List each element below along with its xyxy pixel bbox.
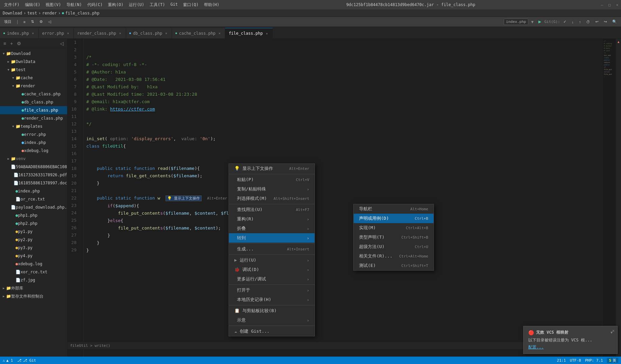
ctx-more-run[interactable]: 更多运行/调试 › (229, 274, 315, 284)
redo-btn[interactable]: ↪ (602, 19, 609, 25)
menu-code[interactable]: 代码(C) (86, 1, 104, 8)
tab-render-class[interactable]: render_class.php ✕ (74, 28, 126, 38)
menu-tools[interactable]: 工具(T) (148, 1, 167, 8)
tab-close-file[interactable]: ✕ (265, 31, 269, 36)
tab-file-class[interactable]: file_class.php ✕ (225, 28, 272, 38)
undo-btn[interactable]: ↩ (593, 19, 600, 25)
ctx-compare-clipboard[interactable]: 📋与剪贴板比较(B) (229, 306, 315, 315)
tree-item-templates[interactable]: ▼ 📁 templates (0, 122, 67, 130)
tree-item-xdebug-log-templates[interactable]: ● xdebug.log (0, 147, 67, 155)
branch-selector[interactable]: index.php (504, 19, 529, 25)
tab-close-index[interactable]: ✕ (31, 31, 35, 35)
git-checkmark-btn[interactable]: ✓ (561, 19, 568, 25)
tab-db-class[interactable]: ● db_class.php ✕ (126, 28, 172, 38)
ctx-paste[interactable]: 粘贴(P) Ctrl+V (229, 175, 315, 184)
notification-configure-link[interactable]: 配置... (528, 345, 544, 350)
tree-item-xdebug-log[interactable]: ● xdebug.log (0, 260, 67, 268)
ctx-run[interactable]: ▶运行(U) › (229, 255, 315, 265)
breadcrumb-test[interactable]: test (27, 11, 37, 16)
tree-item-cache[interactable]: ▼ 📁 cache (0, 74, 67, 82)
ctx-debug[interactable]: 🐞调试(D) › (229, 265, 315, 274)
breadcrumb-download[interactable]: Download (3, 11, 22, 16)
editor-breadcrumb-class[interactable]: fileUtil > write() (70, 343, 110, 348)
tree-item-py2[interactable]: ● py2.py (0, 236, 67, 244)
status-language[interactable]: PHP: 7.1 (585, 358, 603, 363)
window-minimize-btn[interactable]: — (601, 3, 603, 7)
breadcrumb-render[interactable]: render (42, 11, 57, 16)
tree-item-zf-jpg[interactable]: 📄 zf.jpg (0, 276, 67, 284)
ctx-show-context[interactable]: 💡显示上下文操作 Alt+Enter (229, 164, 315, 173)
window-maximize-btn[interactable]: □ (609, 3, 611, 7)
breadcrumb-file[interactable]: ● file_class.php (62, 11, 99, 16)
tree-item-dwnldata[interactable]: ▶ 📁 DwnlData (0, 58, 67, 66)
tree-item-db-class[interactable]: ● db_class.php (0, 98, 67, 106)
tab-close-cache[interactable]: ✕ (217, 31, 221, 35)
menu-edit[interactable]: 编辑(E) (24, 1, 42, 8)
tree-item-py4[interactable]: ● py4.py (0, 252, 67, 260)
menu-nav[interactable]: 导航(N) (65, 1, 83, 8)
tree-item-render-class[interactable]: ● render_class.php (0, 114, 67, 122)
tree-item-render[interactable]: ▼ 📁 render (0, 82, 67, 90)
ctx-copy-paste-special[interactable]: 复制/粘贴特殊 › (229, 184, 315, 194)
status-position[interactable]: 21:1 (557, 358, 566, 363)
submenu-goto-implementation[interactable]: 实现(M) Ctrl+Alt+B (354, 223, 434, 233)
ctx-goto[interactable]: 转到 › (229, 233, 315, 243)
status-encoding[interactable]: UTF-8 (570, 358, 581, 363)
settings-btn[interactable]: ⚙ (37, 19, 45, 25)
status-errors[interactable]: ⚠ ▲ 1 (3, 358, 13, 363)
project-tool-btn[interactable]: 项目 (2, 19, 13, 25)
tree-item-php1[interactable]: ● php1.php (0, 211, 67, 219)
ctx-generate[interactable]: 生成... Alt+Insert (229, 244, 315, 254)
tree-item-cache-class[interactable]: ● cache_class.php (0, 90, 67, 98)
git-push-btn[interactable]: ↑ (577, 19, 583, 25)
ctx-open-in[interactable]: 打开于 › (229, 285, 315, 295)
ctx-local-history[interactable]: 本地历史记录(H) › (229, 295, 315, 304)
tree-item-py3[interactable]: ● py3.py (0, 244, 67, 252)
tab-close-error[interactable]: ✕ (66, 31, 70, 35)
hide-panel-btn[interactable]: ◁ (46, 19, 53, 25)
tree-item-download[interactable]: ▼ 📁 Download (0, 50, 67, 58)
submenu-goto-declaration[interactable]: 声明或用例(D) Ctrl+B (354, 214, 434, 223)
collapse-all-btn[interactable]: ≡ (21, 19, 27, 25)
ctx-find-usages[interactable]: 查找用法(U) Alt+F7 (229, 205, 315, 214)
tree-item-xor-rce[interactable]: 📄 xor_rce.txt (0, 268, 67, 276)
ctx-fold[interactable]: 折叠 › (229, 224, 315, 233)
git-update-btn[interactable]: ↓ (570, 19, 576, 25)
code-editor[interactable]: /* # -*- coding: utf-8 -*- # @Author: h1… (84, 39, 602, 357)
status-input-method[interactable]: S 英 (607, 358, 618, 363)
sidebar-new-btn[interactable]: + (9, 40, 14, 47)
menu-run[interactable]: 运行(U) (127, 1, 146, 8)
tree-item-error-php[interactable]: ● error.php (0, 130, 67, 139)
menu-window[interactable]: 窗口(Q) (182, 1, 200, 8)
tree-item-59abaad[interactable]: 📄 59ABAAD8E68806EBAC108B (0, 163, 67, 171)
menu-git[interactable]: Git (169, 1, 179, 8)
ctx-diagrams[interactable]: 示意 › (229, 315, 315, 325)
tree-item-scratch[interactable]: ▶ 📁 暂存文件和控制台 (0, 292, 67, 300)
tree-item-doc[interactable]: 📄 1618558861378997.doc (0, 179, 67, 187)
notification-close-btn[interactable]: ✕ (612, 328, 615, 333)
window-close-btn[interactable]: ✕ (616, 3, 618, 7)
tab-cache-class[interactable]: ● cache_class.php ✕ (172, 28, 225, 38)
tree-item-php2[interactable]: ● php2.php (0, 219, 67, 228)
ctx-column-select[interactable]: 列选择模式(M) Alt+Shift+Insert (229, 194, 315, 203)
status-git[interactable]: ⎇ ⎇ Git (17, 358, 36, 363)
tree-item-index-php-templates[interactable]: ● index.php (0, 139, 67, 147)
tree-item-payload[interactable]: 📄 payload_download.php.jpg (0, 203, 67, 211)
tree-item-pdf[interactable]: 📄 1617332633178926.pdf (0, 171, 67, 179)
menu-view[interactable]: 视图(V) (44, 1, 62, 8)
submenu-goto-super[interactable]: 超级方法(U) Ctrl+U (354, 242, 434, 251)
tab-error-php[interactable]: error.php ✕ (39, 28, 74, 38)
tree-item-test[interactable]: ▼ 📁 test (0, 66, 67, 74)
ctx-refactor[interactable]: 重构(R) › (229, 214, 315, 224)
tab-close-render[interactable]: ✕ (118, 31, 122, 35)
submenu-goto-type-decl[interactable]: 类型声明(T) Ctrl+Shift+B (354, 233, 434, 242)
menu-refactor[interactable]: 重构(O) (107, 1, 125, 8)
search-everywhere-btn[interactable]: 🔍 (610, 19, 619, 25)
sidebar-settings-btn[interactable]: ⚙ (16, 40, 23, 47)
sidebar-collapse-btn[interactable]: ≡ (2, 40, 7, 47)
ctx-create-gist[interactable]: ☁创建 Gist... (229, 327, 315, 336)
run-btn[interactable]: ▶ (536, 19, 543, 25)
sort-btn[interactable]: ⇅ (29, 19, 36, 25)
tree-item-file-class[interactable]: ● file_class.php (0, 106, 67, 114)
menu-file[interactable]: 文件(F) (3, 1, 21, 8)
